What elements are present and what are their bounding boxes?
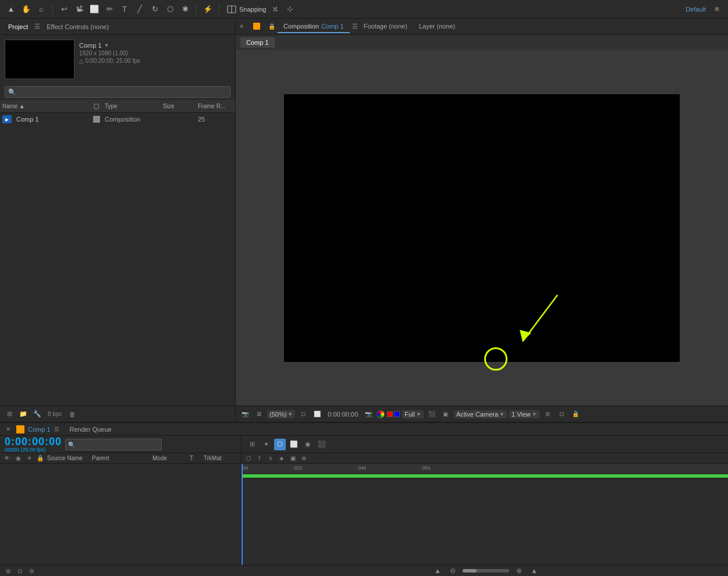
- tl-track-area: 0s 02s 04s 06s: [242, 464, 728, 565]
- tl-draft-icon[interactable]: ⬛: [316, 439, 328, 450]
- tl-footer-render-icon[interactable]: ⊡: [15, 566, 24, 575]
- tool-extra1[interactable]: ⚡: [201, 3, 214, 16]
- tl-col-blend-icon[interactable]: x: [266, 454, 275, 463]
- quality-label: Full: [404, 411, 415, 418]
- comp-info: Comp 1 ▼ 1920 x 1080 (1.00) △ 0:00:20:00…: [79, 40, 140, 64]
- snapshot-icon[interactable]: 📷: [363, 408, 374, 420]
- comp-panel-lock-icon[interactable]: 🔒: [266, 19, 278, 35]
- transparency-icon[interactable]: ▣: [440, 408, 452, 420]
- tl-tick-4s: 04s: [358, 465, 367, 471]
- region-interest-icon[interactable]: ⬛: [426, 408, 438, 420]
- viewer-lock-icon[interactable]: 🔒: [570, 408, 581, 420]
- comp-dropdown-icon[interactable]: ▼: [104, 42, 109, 48]
- tl-zoom-slider[interactable]: [463, 569, 509, 573]
- new-item-icon[interactable]: ⊞: [3, 408, 15, 420]
- snapping-control[interactable]: Snapping: [226, 5, 267, 13]
- tool-camera[interactable]: 📽: [73, 3, 86, 16]
- zoom-control[interactable]: (50%) ▼: [267, 410, 295, 418]
- tab-footage[interactable]: Footage (none): [358, 20, 413, 33]
- comp-panel-menu-icon[interactable]: ☰: [352, 23, 358, 30]
- tool-pin[interactable]: ✱: [179, 3, 191, 16]
- toolbar-sep-2: [196, 4, 197, 15]
- viewer-tab-comp1[interactable]: Comp 1: [240, 37, 275, 48]
- tool-rect[interactable]: ⬜: [88, 3, 101, 16]
- snapping-label: Snapping: [239, 6, 267, 13]
- tl-col-lock-icon[interactable]: 🔒: [35, 454, 45, 463]
- tab-composition[interactable]: Composition Comp 1: [278, 20, 350, 33]
- view-options-icon[interactable]: ⊞: [542, 408, 553, 420]
- snap-target-icon[interactable]: ⊹: [284, 3, 297, 16]
- render-queue-label: Render Queue: [70, 426, 112, 433]
- tool-puppet[interactable]: ⬡: [164, 3, 176, 16]
- tl-playhead-line: [242, 464, 243, 565]
- tool-line[interactable]: ╱: [133, 3, 146, 16]
- tl-nav-zoom-out-icon[interactable]: ⊖: [448, 566, 458, 576]
- tl-col-fx-icon[interactable]: f: [255, 454, 264, 463]
- tool-select[interactable]: ▲: [5, 3, 17, 16]
- tl-col-mode-header: Mode: [152, 455, 187, 461]
- tl-footer-settings-icon[interactable]: ⚙: [27, 566, 36, 575]
- tab-effect-controls-label: Effect Controls (none): [47, 23, 109, 30]
- new-folder-icon[interactable]: 📁: [17, 408, 29, 420]
- always-preview-icon[interactable]: 📷: [239, 408, 251, 420]
- active-camera-control[interactable]: Active Camera ▼: [454, 410, 507, 418]
- tool-text[interactable]: T: [118, 3, 131, 16]
- quality-chevron-icon: ▼: [416, 411, 421, 417]
- tool-zoom[interactable]: ⌕: [35, 3, 48, 16]
- tl-motion-blur-icon[interactable]: ✦: [260, 439, 272, 450]
- tl-footer-new-comp-icon[interactable]: ⊞: [3, 566, 13, 575]
- tool-pen[interactable]: ✏: [103, 3, 116, 16]
- project-row-comp1[interactable]: ▶ Comp 1 Composition 25: [0, 113, 235, 126]
- panel-tab-menu-icon[interactable]: ☰: [33, 22, 42, 31]
- tl-graph-editor-icon[interactable]: ⬡: [274, 439, 286, 450]
- tl-col-motion-icon[interactable]: ⊕: [299, 454, 308, 463]
- tl-tick-2s: 02s: [294, 465, 303, 471]
- quality-control[interactable]: Full ▼: [402, 410, 424, 418]
- delete-icon[interactable]: 🗑: [66, 408, 78, 420]
- comp-panel-icon-btn[interactable]: [247, 20, 266, 33]
- tab-project[interactable]: Project: [3, 21, 33, 33]
- tl-close-button[interactable]: ✕: [3, 425, 13, 434]
- comp-duration: △ 0:00:20:00, 25.00 fps: [79, 58, 140, 64]
- tl-search-input[interactable]: [65, 439, 162, 450]
- new-comp-from-footage-icon[interactable]: 🔧: [31, 408, 43, 420]
- tl-footer-right: ▲ ⊖ ⊕ ▲: [247, 566, 725, 576]
- tl-col-solo-icon[interactable]: ☀: [24, 454, 34, 463]
- col-sort-icon: ▲: [19, 103, 25, 109]
- comp-panel-close-button[interactable]: ✕: [236, 19, 247, 35]
- tl-ruler: 0s 02s 04s 06s: [242, 464, 728, 474]
- tl-nav-zoom-in-icon[interactable]: ⊕: [514, 566, 524, 576]
- row-comp1-name: Comp 1: [16, 116, 39, 123]
- tl-col-style-icon[interactable]: ◈: [277, 454, 286, 463]
- comp-viewer-options-icon[interactable]: 🖥: [253, 408, 265, 420]
- tl-solo-icon[interactable]: ⊞: [246, 439, 258, 450]
- tab-effect-controls[interactable]: Effect Controls (none): [42, 21, 113, 33]
- tool-rotate[interactable]: ↻: [148, 3, 161, 16]
- comp-name-text: Comp 1: [79, 42, 102, 49]
- tl-right-cols: ⬡ f x ◈ ▣ ⊕: [242, 454, 728, 463]
- tl-col-3d-icon[interactable]: ▣: [288, 454, 297, 463]
- comp-crop-icon[interactable]: ⬜: [311, 408, 323, 420]
- tl-time-block[interactable]: 0:00:00:00 00000 (25.00 fps): [5, 436, 62, 453]
- tl-comment-icon[interactable]: ◉: [302, 439, 314, 450]
- color-management-icon[interactable]: [377, 410, 385, 418]
- tl-col-audio-icon[interactable]: ◉: [13, 454, 23, 463]
- tl-col-markers-icon[interactable]: ⬡: [244, 454, 253, 463]
- tl-col-eye-icon[interactable]: 👁: [2, 454, 12, 463]
- comp-size-icon[interactable]: ⊡: [297, 408, 309, 420]
- tl-time-display: 0:00:00:00: [5, 436, 62, 448]
- tl-tick-6s: 06s: [422, 465, 431, 471]
- tool-undo[interactable]: ↩: [58, 3, 70, 16]
- tl-col-src-label: Source Name: [47, 455, 83, 461]
- full-screen-icon[interactable]: ⊡: [556, 408, 567, 420]
- tl-nav-prev-icon[interactable]: ▲: [432, 566, 443, 576]
- tl-nav-next-icon[interactable]: ▲: [529, 566, 539, 576]
- view-control[interactable]: 1 View ▼: [509, 410, 539, 418]
- tab-layer[interactable]: Layer (none): [413, 20, 461, 33]
- project-search-input[interactable]: [5, 86, 230, 98]
- tl-layer-info-icon[interactable]: ⬜: [288, 439, 300, 450]
- tool-hand[interactable]: ✋: [20, 3, 33, 16]
- snap-magnet-icon[interactable]: ⤭: [269, 3, 282, 16]
- workspace-menu-icon[interactable]: ≡: [711, 3, 723, 16]
- tl-tab-menu-icon[interactable]: ☰: [54, 426, 59, 432]
